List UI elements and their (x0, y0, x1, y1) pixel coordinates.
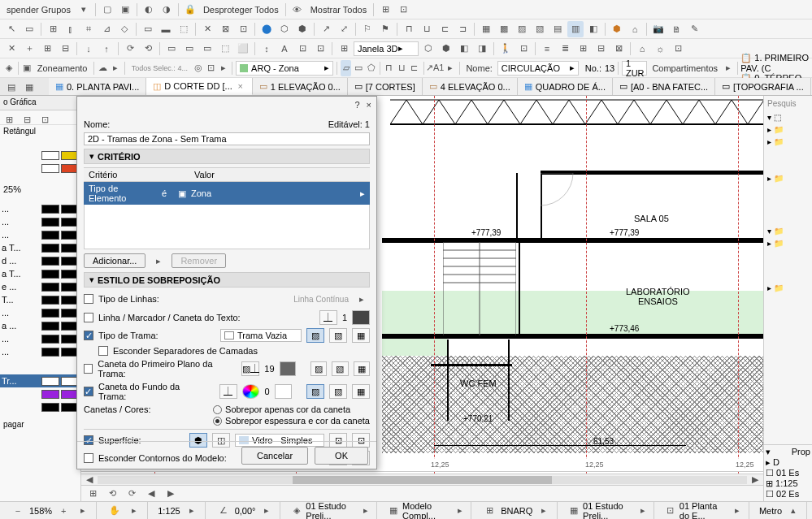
chevron-icon[interactable]: ▸ (75, 503, 91, 519)
tool-icon[interactable]: ⊡ (395, 2, 411, 18)
tool-icon[interactable]: ▦ (478, 21, 494, 37)
tool-icon[interactable]: ⊞ (336, 41, 352, 57)
layer-icon[interactable]: ◈ (3, 60, 15, 76)
item-label[interactable]: e ... (2, 282, 40, 292)
geom-icon[interactable]: ⊓ (384, 60, 395, 76)
tool-icon[interactable]: ⬚ (217, 41, 233, 57)
chevron-icon[interactable]: ▸ (723, 60, 734, 76)
tool-icon[interactable]: ⊡ (37, 111, 53, 128)
cancel-button[interactable]: Cancelar (241, 447, 308, 465)
fill-opt-3[interactable]: ▦ (354, 361, 370, 376)
tool-icon[interactable]: ⊡ (312, 41, 328, 57)
tool-icon[interactable]: ≣ (557, 41, 573, 57)
tool-icon[interactable]: 🗎 (668, 21, 684, 37)
hidesep-checkbox[interactable] (98, 346, 108, 356)
zone-type-dropdown[interactable]: ARQ - Zona ▸ (236, 61, 333, 76)
chevron-icon[interactable]: ▸ (218, 60, 229, 76)
prop-row[interactable]: ☐ 01 Es (766, 468, 810, 478)
tool-icon[interactable]: ◐ (141, 2, 157, 18)
tool-icon[interactable]: ◇ (116, 21, 132, 37)
tool-icon[interactable]: ⊟ (593, 41, 609, 57)
tool-icon[interactable]: ▭ (199, 41, 215, 57)
tool-icon[interactable]: ▭ (140, 21, 156, 37)
nav-icon[interactable]: ▶ (163, 486, 179, 502)
item-label[interactable]: a T... (2, 243, 40, 253)
colorwheel-icon[interactable] (242, 384, 260, 399)
zur-field[interactable]: 1 ZUR (622, 61, 647, 76)
view-combo[interactable]: 01 Estudo Preli... (583, 501, 633, 520)
tool-icon[interactable]: ✕ (3, 41, 20, 57)
view-combo[interactable]: 01 Planta do E... (680, 501, 728, 520)
penset-icon[interactable]: ⊞ (481, 503, 497, 519)
ok-button[interactable]: OK (315, 447, 368, 465)
bgpen-checkbox[interactable]: ✓ (84, 387, 93, 396)
tool-icon[interactable]: ◑ (158, 2, 175, 18)
geom-icon[interactable]: ⊔ (397, 60, 408, 76)
pen-swatch[interactable] (280, 361, 296, 376)
dim-icon[interactable]: ⊡ (664, 503, 676, 519)
tool-icon[interactable]: ⊠ (610, 41, 627, 57)
tool-icon[interactable]: A (276, 41, 293, 57)
close-icon[interactable]: × (236, 81, 245, 91)
cube-icon[interactable]: ⬡ (420, 41, 436, 57)
angle-value[interactable]: 0,00° (235, 506, 256, 516)
geom-icon[interactable]: ⊏ (409, 60, 420, 76)
fill-opt-2[interactable]: ▧ (329, 384, 347, 399)
chevron-icon[interactable]: ▸ (111, 60, 122, 76)
fill-opt-1[interactable]: ▨ (306, 328, 324, 343)
angle-icon[interactable]: ∠ (215, 503, 232, 519)
tool-icon[interactable]: ⬡ (276, 21, 293, 37)
view-combo[interactable]: 01 Estudo Preli... (306, 501, 356, 520)
cube-icon[interactable]: ◧ (456, 41, 472, 57)
tool-icon[interactable]: ⚐ (359, 21, 376, 37)
tool-icon[interactable]: ↑ (98, 41, 115, 57)
delete-btn[interactable]: pagar (0, 418, 80, 430)
filltype-checkbox[interactable]: ✓ (84, 331, 93, 340)
fill-opt-3[interactable]: ▦ (352, 328, 370, 343)
tool-icon[interactable]: ↗ (318, 21, 334, 37)
tool-icon[interactable]: ⊡ (205, 60, 216, 76)
tool-icon[interactable]: ▨ (514, 21, 530, 37)
prop-row[interactable]: ☐ 02 Es (766, 489, 810, 500)
model-icon[interactable]: ▦ (387, 503, 399, 519)
search-label[interactable]: Pesquis (764, 96, 812, 111)
pen-icon[interactable]: ⏊ (319, 310, 337, 325)
filltype-field[interactable]: Trama Vazia (220, 329, 302, 342)
item-label[interactable]: ... (2, 217, 40, 227)
zoom-value[interactable]: 158% (29, 506, 52, 516)
tree-item[interactable]: ▾ 📁 (764, 225, 812, 237)
item-label[interactable]: d ... (2, 256, 40, 266)
tree-item[interactable]: ▾ ⬚ (764, 111, 812, 123)
tree-item[interactable]: ▸ 📁 (764, 282, 812, 294)
tool-icon[interactable]: ▢ (99, 2, 115, 18)
dropdown-icon[interactable]: ▾ (76, 2, 92, 18)
tool-icon[interactable]: ⫿ (63, 21, 79, 37)
tab-section[interactable]: ◫D CORTE DD [...× (146, 78, 253, 95)
lock-icon[interactable]: 🔒 (182, 2, 198, 18)
text-icon[interactable]: ↗A1 (427, 60, 443, 76)
cloud-icon[interactable]: ☁ (98, 60, 109, 76)
home-icon[interactable]: ⌂ (634, 41, 650, 57)
tool-icon[interactable]: ⟳ (122, 41, 138, 57)
criteria-row[interactable]: Tipo de Elemento é ▣ Zona ▸ (84, 182, 370, 205)
tool-icon[interactable]: ⊟ (19, 111, 35, 128)
tool-icon[interactable]: ▧ (532, 21, 548, 37)
nav-icon[interactable]: ⊞ (85, 486, 101, 502)
tool-icon[interactable]: ⤢ (336, 21, 352, 37)
tool-icon[interactable]: ⊐ (454, 21, 471, 37)
tool-icon[interactable]: ⬚ (176, 21, 192, 37)
tool-icon[interactable]: ＋ (21, 41, 37, 57)
tab-nav-icon[interactable]: ▦ (21, 79, 37, 95)
tool-icon[interactable]: ⬢ (609, 21, 625, 37)
tool-icon[interactable]: ⊟ (57, 41, 73, 57)
tree-item[interactable]: ▸ 📁 (764, 123, 812, 136)
geom-icon[interactable]: ⬠ (366, 60, 377, 76)
tool-icon[interactable]: ≡ (539, 41, 555, 57)
tool-icon[interactable]: ⊠ (217, 21, 233, 37)
item-label[interactable]: T... (2, 295, 40, 305)
eye-icon[interactable]: 👁 (289, 2, 306, 18)
floor-link[interactable]: 📋 1. PRIMEIRO PAV. (C (740, 53, 809, 73)
item-label[interactable]: ... (2, 308, 40, 318)
tab-elevation[interactable]: ▭1 ELEVAÇÃO 0... (253, 78, 348, 95)
view-combo[interactable]: BNARQ (501, 506, 532, 516)
